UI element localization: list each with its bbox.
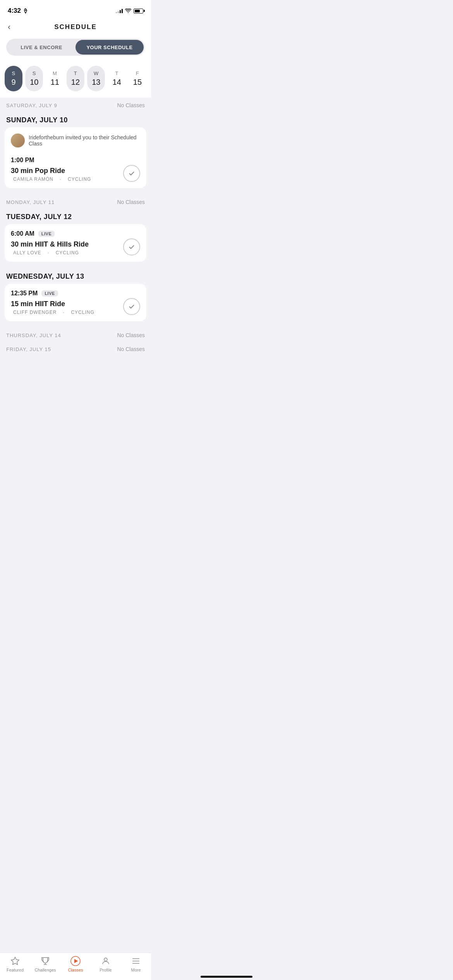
class-instructor: CAMILA RAMÓN · CYCLING — [11, 176, 140, 182]
status-time: 4:32 — [8, 7, 28, 15]
invite-text: Iridefortheburn invited you to their Sch… — [29, 134, 140, 147]
day-section-fri-15: FRIDAY, JULY 15 No Classes — [0, 341, 151, 355]
svg-point-0 — [25, 10, 26, 11]
class-card-pop-ride[interactable]: Iridefortheburn invited you to their Sch… — [5, 127, 146, 188]
class-card-hiit-ride[interactable]: 12:35 PM LIVE 15 min HIIT Ride CLIFF DWE… — [5, 284, 146, 321]
day-section-mon-11: MONDAY, JULY 11 No Classes — [0, 194, 151, 208]
day-section-sun-10-title: SUNDAY, JULY 10 — [0, 111, 151, 127]
segment-wrap: LIVE & ENCORE YOUR SCHEDULE — [0, 39, 151, 62]
live-badge-hiit: LIVE — [38, 231, 55, 237]
class-time: 1:00 PM — [11, 157, 34, 164]
day-section-sat-9: SATURDAY, JULY 9 No Classes — [0, 98, 151, 111]
location-icon — [23, 8, 28, 14]
class-name-hiit: 30 min HIIT & Hills Ride — [11, 240, 140, 248]
page-title: SCHEDULE — [8, 23, 143, 31]
class-name-hiit-ride: 15 min HIIT Ride — [11, 300, 140, 308]
class-name: 30 min Pop Ride — [11, 167, 140, 175]
status-icons — [116, 9, 143, 14]
header: ‹ SCHEDULE — [0, 19, 151, 39]
day-item-12[interactable]: T 12 — [67, 66, 84, 91]
day-selector: S 9 S 10 M 11 T 12 W 13 T 14 F 15 — [0, 62, 151, 98]
check-button-hiit-ride[interactable] — [123, 298, 140, 315]
class-instructor-hiit: ALLY LOVE · CYCLING — [11, 250, 140, 255]
check-button-hiit-hills[interactable] — [123, 238, 140, 255]
day-section-tue-12-title: TUESDAY, JULY 12 — [0, 208, 151, 224]
tab-live-encore[interactable]: LIVE & ENCORE — [7, 40, 76, 55]
day-item-15[interactable]: F 15 — [129, 66, 146, 91]
signal-icon — [116, 9, 123, 13]
status-bar: 4:32 — [0, 0, 151, 19]
invite-avatar — [11, 134, 25, 147]
wifi-icon — [125, 9, 131, 13]
live-badge-hiit-ride: LIVE — [41, 290, 58, 296]
class-time-hiit: 6:00 AM — [11, 230, 34, 237]
invite-row: Iridefortheburn invited you to their Sch… — [11, 134, 140, 152]
day-section-wed-13-title: WEDNESDAY, JULY 13 — [0, 268, 151, 284]
day-section-thu-14: THURSDAY, JULY 14 No Classes — [0, 327, 151, 341]
battery-icon — [134, 9, 143, 14]
day-item-9[interactable]: S 9 — [5, 66, 22, 91]
class-time-hiit-ride: 12:35 PM — [11, 290, 38, 297]
back-button[interactable]: ‹ — [8, 22, 10, 32]
day-item-14[interactable]: T 14 — [108, 66, 126, 91]
check-button-pop-ride[interactable] — [123, 165, 140, 182]
schedule-content: SATURDAY, JULY 9 No Classes SUNDAY, JULY… — [0, 98, 151, 386]
day-item-13[interactable]: W 13 — [87, 66, 105, 91]
class-card-hiit-hills[interactable]: 6:00 AM LIVE 30 min HIIT & Hills Ride AL… — [5, 224, 146, 262]
tab-your-schedule[interactable]: YOUR SCHEDULE — [76, 40, 144, 55]
day-item-11[interactable]: M 11 — [46, 66, 64, 91]
segment-control: LIVE & ENCORE YOUR SCHEDULE — [6, 39, 145, 56]
class-instructor-hiit-ride: CLIFF DWENGER · CYCLING — [11, 310, 140, 315]
day-item-10[interactable]: S 10 — [25, 66, 43, 91]
